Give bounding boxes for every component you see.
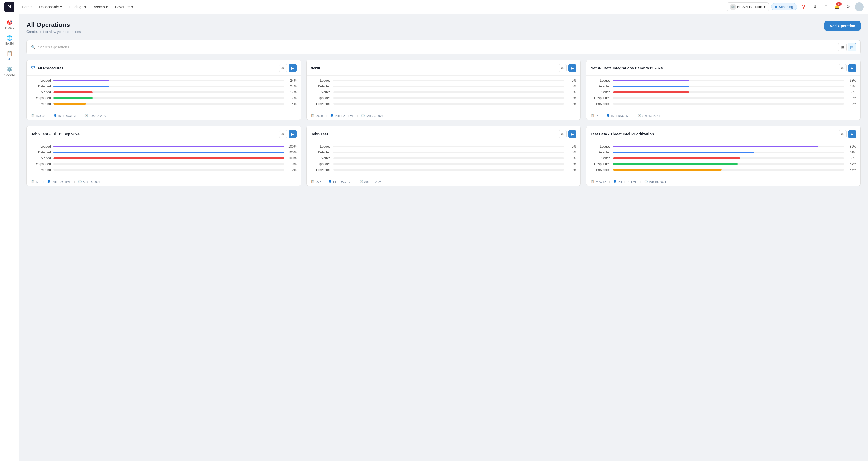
edit-button-op2[interactable]: ✏ [559, 64, 567, 72]
op-card-title: 🛡 All Procedures [31, 66, 64, 70]
op-card-op6: Test Data - Threat Intel Prioritization … [586, 125, 861, 186]
metric-label: Detected [31, 150, 51, 154]
footer-count: 📋 0/23 [311, 180, 321, 183]
metric-pct: 0% [567, 168, 576, 172]
run-button-op3[interactable]: ▶ [848, 64, 856, 72]
edit-button-op1[interactable]: ✏ [279, 64, 287, 72]
footer-sep2: | [640, 180, 641, 183]
operations-grid: 🛡 All Procedures ✏ ▶ Logged 24% Detected [27, 60, 861, 186]
op-card-title: dewit [311, 66, 320, 70]
op-title-text: NetSPI Beta Integrations Demo 9/13/2024 [590, 66, 662, 70]
edit-button-op5[interactable]: ✏ [559, 130, 567, 138]
metric-row-4: Prevented 14% [31, 102, 297, 106]
metric-bar [54, 146, 284, 147]
main-content: All Operations Create, edit or view your… [19, 14, 868, 461]
nav-findings[interactable]: Findings ▾ [66, 3, 90, 10]
run-button-op5[interactable]: ▶ [568, 130, 576, 138]
op-title-text: Test Data - Threat Intel Prioritization [590, 132, 654, 136]
edit-button-op6[interactable]: ✏ [839, 130, 846, 138]
nav-dashboards[interactable]: Dashboards ▾ [36, 3, 65, 10]
metric-label: Logged [31, 145, 51, 148]
share-button[interactable]: ⊞ [822, 2, 830, 11]
metric-pct: 0% [567, 96, 576, 100]
nav-assets[interactable]: Assets ▾ [91, 3, 111, 10]
footer-sep1: | [603, 114, 603, 117]
op-card-actions: ✏ ▶ [839, 64, 856, 72]
date-icon: 🕐 [85, 114, 88, 117]
metric-label: Responded [31, 96, 51, 100]
metric-bar-wrap [613, 151, 844, 153]
metric-label: Alerted [31, 156, 51, 160]
count-text: 0/23 [316, 180, 321, 183]
metric-pct: 47% [846, 168, 856, 172]
metric-row-4: Prevented 0% [311, 168, 577, 172]
scanning-label: Scanning [779, 5, 793, 9]
metric-pct: 0% [287, 162, 297, 166]
mode-icon: 👤 [607, 114, 610, 117]
notifications-button[interactable]: 🔔 69 [833, 2, 841, 11]
metric-pct: 55% [846, 156, 856, 160]
count-icon: 📋 [31, 180, 35, 183]
edit-button-op4[interactable]: ✏ [279, 130, 287, 138]
run-button-op6[interactable]: ▶ [848, 130, 856, 138]
date-icon: 🕐 [361, 114, 365, 117]
settings-button[interactable]: ⚙ [844, 2, 852, 11]
run-button-op4[interactable]: ▶ [289, 130, 297, 138]
metric-row-2: Alerted 0% [311, 90, 577, 94]
metric-pct: 33% [846, 85, 856, 88]
footer-sep1: | [609, 180, 610, 183]
sidebar-item-ptaas[interactable]: 🎯 PTaaS [2, 17, 18, 31]
nav-home[interactable]: Home [19, 3, 35, 10]
metric-row-2: Alerted 17% [31, 90, 297, 94]
sidebar-item-bas[interactable]: 📋 BAS [2, 48, 18, 63]
notification-badge: 69 [836, 2, 841, 5]
download-button[interactable]: ⬇ [810, 2, 819, 11]
mode-text: INTERACTIVE [58, 114, 78, 117]
workspace-selector[interactable]: 🏢 NetSPI Random ▾ [727, 2, 769, 11]
workspace-icon: 🏢 [730, 4, 736, 9]
metric-bar-wrap [333, 163, 564, 165]
list-view-button[interactable]: ▤ [847, 43, 856, 51]
metric-label: Prevented [311, 102, 331, 106]
search-bar-container: 🔍 ⊞ ▤ [27, 40, 861, 54]
op-title-text: John Test - Fri, 13 Sep 2024 [31, 132, 80, 136]
metric-row-1: Detected 0% [311, 85, 577, 88]
scanning-button[interactable]: Scanning [771, 3, 797, 10]
op-card-footer: 📋 242/242 | 👤 INTERACTIVE | 🕐 Mar 19, 20… [586, 177, 860, 186]
date-text: Sep 11, 2024 [364, 180, 381, 183]
add-operation-button[interactable]: Add Operation [824, 21, 861, 31]
footer-sep1: | [324, 180, 325, 183]
metric-bar-wrap [54, 151, 284, 153]
sidebar-label-caasm: CAASM [4, 73, 14, 76]
op-metrics: Logged 89% Detected 61% Alerted 55% [586, 142, 860, 177]
op-metrics: Logged 33% Detected 33% Alerted 33% [586, 76, 860, 111]
metric-bar-wrap [54, 80, 284, 81]
run-button-op2[interactable]: ▶ [568, 64, 576, 72]
view-toggle: ⊞ ▤ [838, 43, 856, 51]
logo[interactable]: N [4, 2, 14, 12]
mode-text: INTERACTIVE [335, 114, 354, 117]
op-card-footer: 📋 0/608 | 👤 INTERACTIVE | 🕐 Sep 20, 2024 [307, 111, 581, 120]
run-button-op1[interactable]: ▶ [289, 64, 297, 72]
footer-count: 📋 1/1 [31, 180, 40, 183]
user-avatar[interactable] [855, 2, 864, 11]
metric-pct: 0% [846, 96, 856, 100]
op-card-header: dewit ✏ ▶ [307, 60, 581, 76]
metric-label: Alerted [31, 90, 51, 94]
mode-icon: 👤 [47, 180, 51, 183]
metric-bar-wrap [613, 86, 844, 87]
sidebar-item-caasm[interactable]: ⚙️ CAASM [2, 64, 18, 79]
grid-view-button[interactable]: ⊞ [838, 43, 846, 51]
search-input[interactable] [38, 45, 835, 49]
metric-bar-wrap [613, 97, 844, 99]
metric-row-2: Alerted 0% [311, 156, 577, 160]
workspace-name: NetSPI Random [737, 5, 762, 9]
edit-button-op3[interactable]: ✏ [839, 64, 846, 72]
sidebar-item-easm[interactable]: 🌐 EASM [2, 33, 18, 47]
help-button[interactable]: ❓ [799, 2, 808, 11]
metric-bar [54, 157, 284, 159]
metric-label: Responded [590, 162, 610, 166]
op-card-footer: 📋 1/3 | 👤 INTERACTIVE | 🕐 Sep 13, 2024 [586, 111, 860, 120]
footer-count: 📋 0/608 [311, 114, 323, 117]
nav-favorites[interactable]: Favorites ▾ [112, 3, 136, 10]
